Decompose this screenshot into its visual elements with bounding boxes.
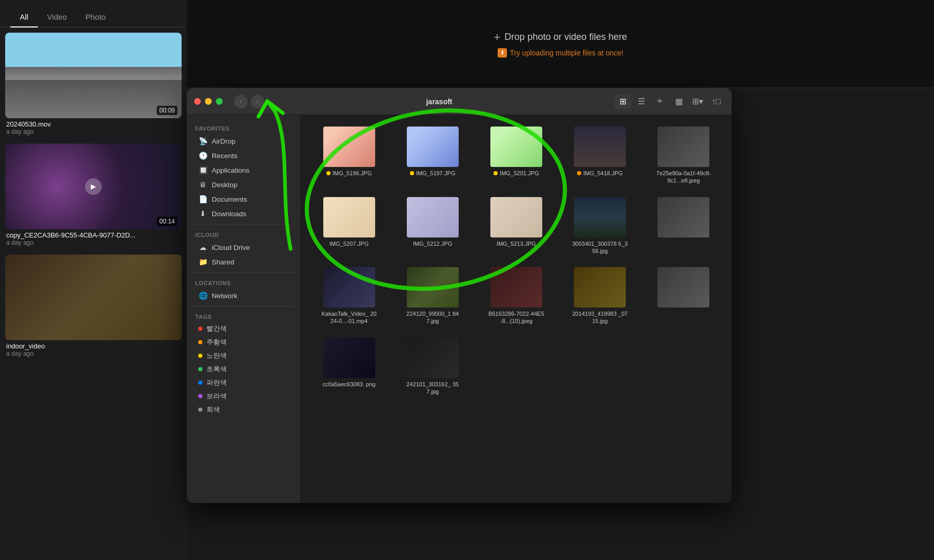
- file-item[interactable]: IMG_5212.JPG: [393, 194, 472, 258]
- shared-icon: 📁: [198, 257, 208, 267]
- file-name-row: IMG_5213.JPG: [497, 240, 536, 247]
- file-thumbnail: [574, 267, 626, 307]
- file-name-row: IMG_5196.JPG: [326, 170, 372, 177]
- tag-label-red: 빨간색: [207, 324, 227, 333]
- media-info: copy_CE2CA3B6-9C55-4CBA-9077-D2D... a da…: [5, 229, 182, 248]
- sidebar-item-network[interactable]: 🌐 Network: [190, 288, 297, 303]
- file-name: 7e25e90a-0a1f-49c8-9c1...e8.jpeg: [655, 170, 712, 185]
- media-info: 20240530.mov a day ago: [5, 118, 182, 137]
- file-name: 2014193_419983 _0715.jpg: [571, 310, 628, 325]
- network-icon: 🌐: [198, 291, 208, 300]
- file-name: IMG_5201.JPG: [500, 170, 539, 177]
- finder-titlebar: ‹ › jarasoft ⊞ ☰ ⫩ ▦ ⊞▾ ↑□: [187, 88, 732, 115]
- file-item[interactable]: cc0a5aec63083. png: [309, 334, 389, 399]
- file-name-row: IMG_5207.JPG: [329, 240, 369, 247]
- tag-item-green[interactable]: 초록색: [190, 362, 297, 376]
- sidebar-item-applications[interactable]: 🔲 Applications: [190, 163, 297, 177]
- plus-icon: +: [494, 31, 501, 44]
- media-item[interactable]: 00:09 20240530.mov a day ago: [5, 33, 182, 137]
- tag-label-orange: 주황색: [207, 338, 227, 347]
- sidebar-item-desktop[interactable]: 🖥 Desktop: [190, 177, 297, 192]
- airdrop-icon: 📡: [198, 136, 208, 146]
- media-item[interactable]: indoor_video a day ago: [5, 255, 182, 359]
- file-item[interactable]: 2014193_419983 _0715.jpg: [560, 264, 640, 328]
- sidebar-item-downloads[interactable]: ⬇ Downloads: [190, 206, 297, 221]
- back-button[interactable]: ‹: [234, 95, 248, 108]
- close-button[interactable]: [194, 98, 201, 105]
- file-item[interactable]: IMG_5213.JPG: [476, 194, 556, 258]
- file-thumbnail: [323, 338, 375, 378]
- media-title: 20240530.mov: [6, 120, 181, 128]
- file-item[interactable]: 224120_99000_1 847.jpg: [393, 264, 472, 328]
- finder-body: Favorites 📡 AirDrop 🕐 Recents 🔲 Applicat…: [187, 115, 732, 503]
- file-name: KakaoTalk_Video_ 2024-0...-01.mp4: [321, 310, 378, 325]
- tag-item-gray[interactable]: 회색: [190, 403, 297, 416]
- file-name: 242101_303162_ 357.jpg: [404, 381, 461, 396]
- tag-item-yellow[interactable]: 노란색: [190, 349, 297, 362]
- applications-icon: 🔲: [198, 165, 208, 175]
- sidebar-item-documents[interactable]: 📄 Documents: [190, 192, 297, 206]
- sidebar-item-recents[interactable]: 🕐 Recents: [190, 148, 297, 163]
- forward-button[interactable]: ›: [251, 95, 264, 108]
- file-item[interactable]: [644, 264, 723, 328]
- file-thumbnail: [574, 197, 626, 237]
- file-name: B6163286-7022-44E5-8...(10).jpeg: [488, 310, 545, 325]
- file-item[interactable]: IMG_5196.JPG: [309, 123, 389, 188]
- file-item[interactable]: B6163286-7022-44E5-8...(10).jpeg: [476, 264, 556, 328]
- group-button[interactable]: ⊞▾: [689, 94, 706, 109]
- finder-sidebar: Favorites 📡 AirDrop 🕐 Recents 🔲 Applicat…: [187, 115, 301, 503]
- sidebar-item-icloud-drive[interactable]: ☁ iCloud Drive: [190, 240, 297, 255]
- file-item[interactable]: IMG_5418.JPG: [560, 123, 640, 188]
- file-item[interactable]: 7e25e90a-0a1f-49c8-9c1...e8.jpeg: [644, 123, 723, 188]
- file-thumbnail: [490, 127, 542, 167]
- sidebar-label-airdrop: AirDrop: [212, 137, 236, 145]
- column-view-button[interactable]: ⫩: [652, 94, 668, 109]
- finder-window: ‹ › jarasoft ⊞ ☰ ⫩ ▦ ⊞▾ ↑□ Favorites 📡 A…: [187, 88, 732, 503]
- play-button[interactable]: ▶: [85, 178, 102, 195]
- tag-item-blue[interactable]: 파란색: [190, 376, 297, 389]
- file-item[interactable]: IMG_5197.JPG: [393, 123, 472, 188]
- tag-item-purple[interactable]: 보라색: [190, 389, 297, 403]
- file-thumbnail: [407, 338, 459, 378]
- icloud-icon: ☁: [198, 243, 208, 252]
- drop-zone[interactable]: + Drop photo or video files here ⬆ Try u…: [187, 0, 934, 88]
- tab-photo[interactable]: Photo: [76, 8, 115, 27]
- upload-icon: ⬆: [498, 48, 507, 58]
- file-item[interactable]: IMG_5207.JPG: [309, 194, 389, 258]
- file-item[interactable]: KakaoTalk_Video_ 2024-0...-01.mp4: [309, 264, 389, 328]
- tag-label-yellow: 노란색: [207, 351, 227, 360]
- gallery-view-button[interactable]: ▦: [670, 94, 687, 109]
- sidebar-item-airdrop[interactable]: 📡 AirDrop: [190, 134, 297, 148]
- file-thumbnail: [323, 267, 375, 307]
- file-item[interactable]: IMG_5201.JPG: [476, 123, 556, 188]
- tab-video[interactable]: Video: [38, 8, 76, 27]
- tag-label-purple: 보라색: [207, 391, 227, 401]
- icon-view-button[interactable]: ⊞: [614, 94, 631, 109]
- file-name-row: 3003401_300378 6_356.jpg: [571, 240, 628, 255]
- tag-label-green: 초록색: [207, 365, 227, 374]
- file-item[interactable]: 3003401_300378 6_356.jpg: [560, 194, 640, 258]
- minimize-button[interactable]: [205, 98, 212, 105]
- maximize-button[interactable]: [216, 98, 223, 105]
- sidebar-label-applications: Applications: [212, 166, 250, 174]
- list-view-button[interactable]: ☰: [633, 94, 650, 109]
- file-item[interactable]: 242101_303162_ 357.jpg: [393, 334, 472, 399]
- tag-item-red[interactable]: 빨간색: [190, 322, 297, 335]
- media-item[interactable]: ▶ 00:14 copy_CE2CA3B6-9C55-4CBA-9077-D2D…: [5, 144, 182, 248]
- tag-dot-yellow: [198, 354, 202, 358]
- drop-subtitle: ⬆ Try uploading multiple files at once!: [498, 48, 624, 58]
- file-name: 224120_99000_1 847.jpg: [404, 310, 461, 325]
- file-item[interactable]: [644, 194, 723, 258]
- tag-label-gray: 회색: [207, 405, 220, 414]
- sidebar-item-shared[interactable]: 📁 Shared: [190, 255, 297, 269]
- drop-main-text: Drop photo or video files here: [504, 32, 627, 43]
- file-name-row: 7e25e90a-0a1f-49c8-9c1...e8.jpeg: [655, 170, 712, 185]
- share-button[interactable]: ↑□: [708, 94, 724, 109]
- tab-all[interactable]: All: [10, 8, 38, 27]
- sidebar-label-icloud: iCloud Drive: [212, 244, 250, 251]
- documents-icon: 📄: [198, 194, 208, 204]
- tag-dot-red: [198, 327, 202, 331]
- file-name-row: B6163286-7022-44E5-8...(10).jpeg: [488, 310, 545, 325]
- tag-item-orange[interactable]: 주황색: [190, 335, 297, 349]
- file-thumbnail: [323, 127, 375, 167]
